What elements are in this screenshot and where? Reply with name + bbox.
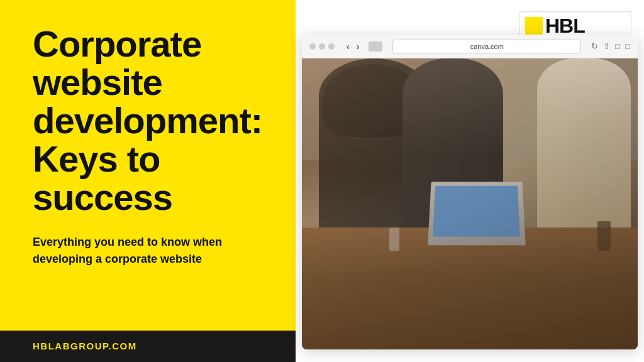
right-panel: HBL WE'RE STRONGER TOGETHER ‹ › <box>296 0 644 362</box>
title-line-4: Keys to <box>33 138 160 179</box>
browser-content <box>302 58 638 349</box>
browser-action-buttons: ↻ ⇧ □ □ <box>591 41 630 51</box>
main-title: Corporate website development: Keys to s… <box>33 25 270 216</box>
dot-red <box>309 43 316 50</box>
forward-button[interactable]: › <box>355 42 362 51</box>
photo-scene <box>302 58 638 349</box>
logo-letters: HBL <box>545 16 585 36</box>
bottom-strip: HBLABGROUP.COM <box>0 331 296 362</box>
bookmark-icon[interactable]: □ <box>625 41 630 51</box>
logo-text-row: HBL <box>545 16 585 36</box>
url-text: canva.com <box>470 43 504 50</box>
browser-toolbar: ‹ › canva.com ↻ ⇧ □ □ <box>302 35 638 58</box>
dot-green <box>328 43 335 50</box>
browser-nav[interactable]: ‹ › <box>345 42 361 51</box>
title-line-1: Corporate <box>33 23 201 64</box>
back-button[interactable]: ‹ <box>345 42 352 51</box>
view-button[interactable] <box>369 41 382 52</box>
page-container: Corporate website development: Keys to s… <box>0 0 644 362</box>
left-content: Corporate website development: Keys to s… <box>33 25 270 273</box>
url-bar[interactable]: canva.com <box>392 40 581 53</box>
browser-mockup: ‹ › canva.com ↻ ⇧ □ □ <box>302 35 638 349</box>
title-line-3: development: <box>33 100 262 141</box>
photo-overlay <box>302 58 638 349</box>
browser-dots <box>309 43 335 50</box>
share-icon[interactable]: ⇧ <box>603 41 610 51</box>
subtitle: Everything you need to know when develop… <box>33 234 247 266</box>
title-line-2: website <box>33 62 162 102</box>
website-url: HBLABGROUP.COM <box>33 341 137 351</box>
dot-yellow <box>319 43 325 50</box>
left-panel: Corporate website development: Keys to s… <box>0 0 296 362</box>
more-icon[interactable]: □ <box>615 41 620 51</box>
title-line-5: success <box>33 177 172 217</box>
refresh-icon[interactable]: ↻ <box>591 41 598 51</box>
